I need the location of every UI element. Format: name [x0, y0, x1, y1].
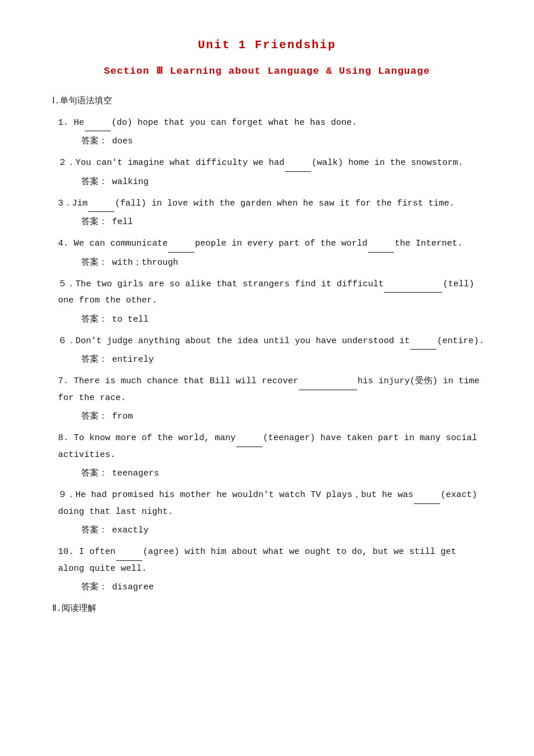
q9-blank: [414, 503, 440, 504]
answer-10-label: 答案：: [81, 582, 107, 592]
q6-hint: (entire).: [437, 336, 484, 346]
q2-number: ２．You can't imagine what difficulty we h…: [58, 158, 284, 168]
q5-number: ５．The two girls are so alike that strang…: [58, 279, 384, 289]
answer-2-value: walking: [112, 177, 149, 187]
answer-5-value: to tell: [112, 315, 149, 325]
grammar-heading: Ⅰ.单句语法填空: [52, 93, 488, 109]
answer-9: 答案：exactly: [81, 523, 488, 538]
q7-number: 7. There is much chance that Bill will r…: [58, 376, 298, 386]
answer-1-value: does: [112, 136, 133, 146]
answer-5: 答案：to tell: [81, 312, 488, 327]
question-10: 10. I often(agree) with him about what w…: [58, 544, 488, 577]
q10-blank: [116, 560, 142, 561]
q5-blank: [384, 292, 442, 293]
answer-7-label: 答案：: [81, 412, 107, 422]
q1-number: 1. He: [58, 118, 84, 128]
q1-blank: [85, 131, 111, 131]
q10-number: 10. I often: [58, 547, 116, 557]
answer-4-label: 答案：: [81, 258, 107, 268]
answer-10: 答案：disagree: [81, 579, 488, 595]
question-6: ６．Don't judge anything about the idea un…: [58, 333, 488, 350]
answer-6-value: entirely: [112, 355, 154, 365]
question-2: ２．You can't imagine what difficulty we h…: [58, 155, 488, 172]
q7-blank: [299, 390, 357, 390]
answer-6-label: 答案：: [81, 355, 107, 365]
answer-5-label: 答案：: [81, 315, 107, 325]
q4-blank1: [168, 252, 194, 253]
question-7: 7. There is much chance that Bill will r…: [58, 373, 488, 406]
q4-text2: people in every part of the world: [195, 239, 367, 249]
answer-6: 答案：entirely: [81, 352, 488, 368]
question-3: 3．Jim(fall) in love with the garden when…: [58, 196, 488, 213]
answer-8-label: 答案：: [81, 469, 107, 478]
question-4: 4. We can communicatepeople in every par…: [58, 236, 488, 253]
section-title: Section Ⅲ Learning about Language & Usin…: [46, 63, 488, 81]
answer-2-label: 答案：: [81, 177, 107, 187]
page-container: Unit 1 Friendship Section Ⅲ Learning abo…: [46, 35, 488, 617]
q4-text3: the Internet.: [395, 239, 463, 249]
answer-4-value: with；through: [112, 258, 178, 268]
question-9: ９．He had promised his mother he wouldn't…: [58, 487, 488, 520]
answer-8: 答案：teenagers: [81, 466, 488, 481]
answer-3: 答案：fell: [81, 214, 488, 230]
q3-number: 3．Jim: [58, 199, 88, 208]
question-5: ５．The two girls are so alike that strang…: [58, 276, 488, 309]
question-8: 8. To know more of the world, many(teena…: [58, 430, 488, 463]
answer-1: 答案：does: [81, 134, 488, 149]
q6-number: ６．Don't judge anything about the idea un…: [58, 336, 410, 346]
section-grammar: Ⅰ.单句语法填空 1. He(do) hope that you can for…: [46, 93, 488, 596]
section-reading: Ⅱ.阅读理解: [46, 601, 488, 617]
answer-8-value: teenagers: [112, 469, 159, 478]
question-1: 1. He(do) hope that you can forget what …: [58, 115, 488, 132]
q3-hint: (fall) in love with the garden when he s…: [115, 199, 454, 208]
reading-heading: Ⅱ.阅读理解: [52, 601, 488, 617]
q2-blank: [285, 171, 311, 172]
q9-number: ９．He had promised his mother he wouldn't…: [58, 490, 413, 500]
answer-1-label: 答案：: [81, 136, 107, 146]
answer-10-value: disagree: [112, 582, 154, 592]
answer-9-value: exactly: [112, 525, 149, 535]
q2-hint: (walk) home in the snowstorm.: [312, 158, 463, 168]
q3-blank: [88, 211, 114, 212]
q1-hint: (do) hope that you can forget what he ha…: [111, 118, 357, 128]
answer-2: 答案：walking: [81, 174, 488, 190]
q6-blank: [410, 349, 436, 350]
q4-text1: 4. We can communicate: [58, 239, 168, 249]
answer-7-value: from: [112, 412, 133, 422]
q8-number: 8. To know more of the world, many: [58, 433, 236, 443]
answer-3-value: fell: [112, 217, 133, 227]
answer-7: 答案：from: [81, 409, 488, 424]
answer-4: 答案：with；through: [81, 255, 488, 271]
answer-9-label: 答案：: [81, 525, 107, 535]
q8-blank: [236, 447, 262, 447]
q4-blank2: [368, 252, 394, 253]
page-title: Unit 1 Friendship: [46, 35, 488, 56]
answer-3-label: 答案：: [81, 217, 107, 227]
